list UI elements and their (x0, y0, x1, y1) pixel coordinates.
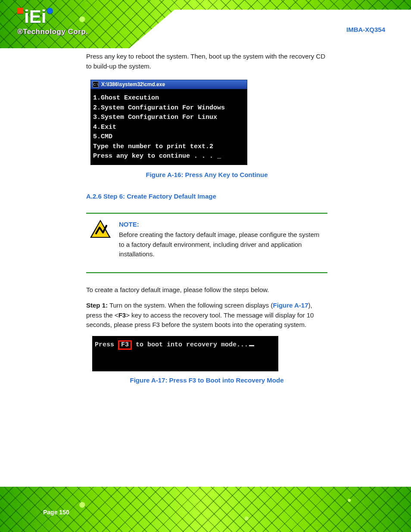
cmd-line-5: 5.CMD (93, 133, 112, 140)
intro-line-2: to build-up the system. (86, 62, 385, 72)
logo-glyph: iEi (17, 8, 53, 26)
logo-dot-blue (47, 8, 53, 14)
note-body: Before creating the factory default imag… (119, 231, 319, 258)
note-box: NOTE: Before creating the factory defaul… (86, 213, 327, 273)
cmd-title: X:\I386\system32\cmd.exe (101, 81, 165, 88)
note-text: NOTE: Before creating the factory defaul… (119, 220, 324, 259)
brand-logo: iEi ®Technology Corp. (17, 8, 88, 36)
intro-line: Press any key to reboot the system. Then… (86, 52, 385, 62)
recov-pre: Press (95, 341, 118, 348)
cmd-line-4: 4.Exit (93, 124, 116, 131)
step-tag: Step 1: (86, 302, 108, 309)
section-heading: A.2.6 Step 6: Create Factory Default Ima… (86, 192, 385, 202)
note-icon (90, 220, 111, 238)
logo-text: iEi (24, 8, 46, 26)
cmd-line-1: 1.Ghost Execution (93, 94, 159, 102)
page-content: Press any key to reboot the system. Then… (0, 52, 411, 398)
recovery-screenshot: Press F3 to boot into recovery mode... (92, 336, 278, 372)
page-number: Page 150 (43, 509, 69, 516)
cmd-icon: C:\ (93, 81, 99, 87)
logo-tagline: ®Technology Corp. (17, 28, 88, 36)
cmd-line-3: 3.System Configuration For Linux (93, 114, 217, 121)
cmd-body: 1.Ghost Execution 2.System Configuration… (90, 89, 247, 165)
instruction-block: To create a factory default image, pleas… (86, 285, 327, 330)
figure-caption-2: Figure A-17: Press F3 to Boot into Recov… (86, 376, 327, 386)
cmd-line-7: Press any key to continue . . . _ (93, 152, 221, 160)
instruction-prefix: To create a factory default image, pleas… (86, 285, 327, 295)
figure-caption-1: Figure A-16: Press Any Key to Continue (86, 170, 327, 180)
step-key: F3 (118, 311, 126, 319)
product-name: IMBA-XQ354 (346, 26, 385, 33)
figure-ref: Figure A-17 (273, 302, 308, 309)
cmd-line-6: Type the number to print text.2 (93, 143, 213, 150)
recov-post: to boot into recovery mode... (132, 341, 248, 348)
cmd-titlebar: C:\ X:\I386\system32\cmd.exe (90, 80, 247, 89)
note-label: NOTE: (119, 220, 324, 230)
cmd-window: C:\ X:\I386\system32\cmd.exe 1.Ghost Exe… (90, 80, 247, 165)
logo-square-red (17, 8, 23, 14)
cursor-icon (249, 345, 254, 346)
recov-key-highlight: F3 (118, 340, 132, 350)
cmd-line-2: 2.System Configuration For Windows (93, 104, 225, 112)
step-body-a: Turn on the system. When the following s… (109, 302, 273, 309)
